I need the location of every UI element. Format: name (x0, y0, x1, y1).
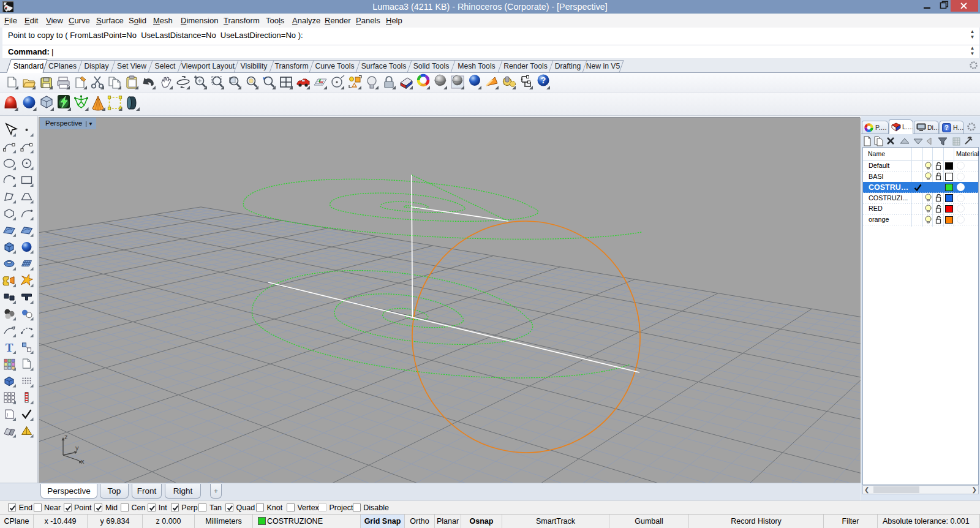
svg-text:Transform: Transform (274, 62, 308, 70)
svg-text:CPlanes: CPlanes (48, 62, 77, 70)
svg-text:Curve Tools: Curve Tools (315, 62, 354, 70)
svg-text:Mesh Tools: Mesh Tools (458, 62, 495, 70)
svg-text:?: ? (944, 124, 948, 131)
svg-text:Set View: Set View (117, 62, 146, 70)
svg-text:Select: Select (155, 62, 176, 70)
svg-text:Surface Tools: Surface Tools (361, 62, 407, 70)
svg-text:z: z (64, 433, 68, 440)
svg-text:Visibility: Visibility (241, 62, 268, 70)
svg-text:Standard: Standard (13, 62, 43, 70)
svg-text:T: T (6, 341, 13, 354)
svg-text:y: y (75, 444, 79, 451)
svg-text:Render Tools: Render Tools (503, 62, 548, 70)
svg-text:Drafting: Drafting (555, 62, 581, 70)
svg-text:Display: Display (85, 62, 110, 70)
svg-text:Solid Tools: Solid Tools (413, 62, 450, 70)
svg-text:x: x (81, 458, 85, 465)
svg-text:Viewport Layout: Viewport Layout (181, 62, 235, 70)
svg-text:New in V5: New in V5 (586, 62, 620, 70)
svg-text:?: ? (541, 75, 546, 85)
